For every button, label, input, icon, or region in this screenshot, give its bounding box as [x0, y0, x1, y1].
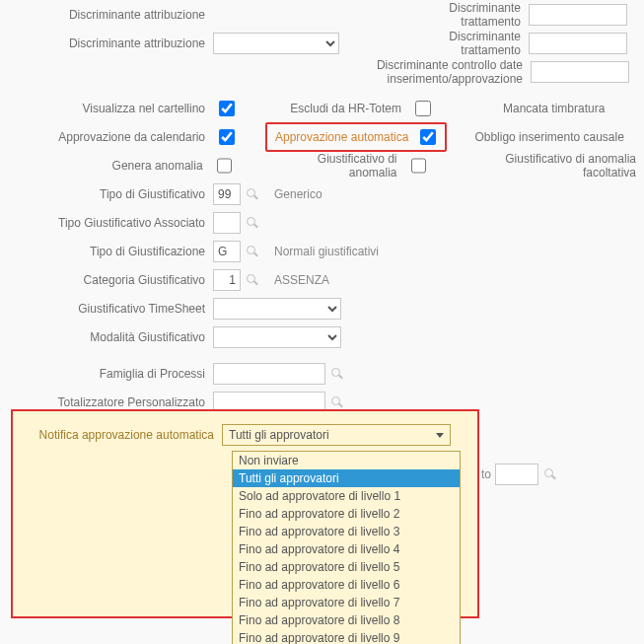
input-discriminante-trattamento-2[interactable]: [529, 33, 627, 54]
desc-categoria-giustificativo: ASSENZA: [274, 273, 329, 287]
dropdown-option[interactable]: Fino ad approvatore di livello 6: [233, 576, 460, 594]
search-icon[interactable]: [245, 215, 260, 231]
dropdown-option[interactable]: Fino ad approvatore di livello 3: [233, 523, 460, 540]
checkbox-approvazione-calendario[interactable]: [219, 129, 235, 145]
checkbox-approvazione-automatica[interactable]: [420, 129, 436, 145]
outside-row-fragment: to: [481, 464, 558, 485]
label-approvazione-calendario: Approvazione da calendario: [0, 130, 213, 144]
input-famiglia-processi[interactable]: [213, 363, 325, 385]
search-icon[interactable]: [329, 366, 345, 382]
label-discriminante-trattamento-1: Discriminante trattamento: [387, 1, 529, 29]
label-mancata-timbratura: Mancata timbratura: [503, 102, 612, 115]
label-sigla-approvazione: Sigla per approvazione a: [13, 477, 214, 491]
highlight-approvazione-automatica: Approvazione automatica: [265, 122, 447, 152]
dropdown-option[interactable]: Fino ad approvatore di livello 8: [233, 611, 460, 629]
dropdown-option[interactable]: Fino ad approvatore di livello 7: [233, 594, 460, 611]
dropdown-option[interactable]: Fino ad approvatore di livello 2: [233, 505, 460, 523]
dropdown-option[interactable]: Non inviare: [233, 452, 460, 469]
label-giustificativo-anomalia: Giustificativo di anomalia: [274, 152, 405, 179]
select-notifica-value: Tutti gli approvatori: [229, 428, 329, 442]
search-icon[interactable]: [329, 394, 345, 410]
input-tipo-giustificativo[interactable]: [213, 183, 241, 205]
label-giustificativo-anomalia-facoltativa: Giustificativo di anomalia facoltativa: [451, 152, 644, 179]
input-discriminante-controllo-date[interactable]: [531, 61, 629, 83]
select-discriminante-attribuzione[interactable]: [213, 33, 339, 54]
select-modalita-giustificativo[interactable]: [213, 326, 341, 348]
input-tipo-giustificazione[interactable]: [213, 241, 241, 262]
checkbox-escludi-totem[interactable]: [415, 101, 431, 116]
label-categoria-giustificativo: Categoria Giustificativo: [0, 273, 213, 287]
label-discriminante-attribuzione-2: Discriminante attribuzione: [0, 36, 213, 50]
select-giustificativo-timesheet[interactable]: [213, 298, 341, 320]
desc-tipo-giustificazione: Normali giustificativi: [274, 245, 379, 258]
label-discriminante-controllo-date: Discriminante controllo date inserimento…: [247, 58, 531, 86]
label-escludi-totem: Escludi da HR-Totem: [277, 102, 409, 115]
search-icon[interactable]: [245, 272, 260, 288]
label-genera-anomalia: Genera anomalia: [0, 159, 211, 173]
label-discriminante-trattamento-2: Discriminante trattamento: [387, 30, 529, 57]
input-tipo-giustificativo-associato[interactable]: [213, 212, 241, 234]
dropdown-option[interactable]: Fino ad approvatore di livello 5: [233, 558, 460, 576]
label-tipo-giustificativo-associato: Tipo Giustificativo Associato: [0, 216, 213, 230]
input-discriminante-trattamento-1[interactable]: [529, 4, 627, 26]
dropdown-option[interactable]: Tutti gli approvatori: [233, 469, 460, 487]
checkbox-visualizza-cartellino[interactable]: [219, 101, 235, 116]
label-notifica-approvazione-automatica: Notifica approvazione automatica: [21, 428, 222, 442]
input-categoria-giustificativo[interactable]: [213, 269, 241, 291]
label-famiglia-processi: Famiglia di Processi: [0, 367, 213, 381]
label-approvazione-automatica: Approvazione automatica: [273, 130, 414, 144]
search-icon[interactable]: [245, 186, 260, 202]
dropdown-option[interactable]: Fino ad approvatore di livello 9: [233, 629, 460, 644]
chevron-down-icon: [436, 433, 444, 438]
search-icon[interactable]: [245, 244, 260, 259]
input-sigla-approvazione-extra[interactable]: [495, 464, 538, 485]
panel-notifica-approvazione: Notifica approvazione automatica Tutti g…: [11, 409, 479, 618]
label-tipo-giustificativo: Tipo di Giustificativo: [0, 187, 213, 201]
label-discriminante-attribuzione-1: Discriminante attribuzione: [0, 8, 213, 22]
label-sigla-suffix: to: [481, 467, 491, 481]
dropdown-notifica-approvazione: Non inviareTutti gli approvatoriSolo ad …: [232, 451, 461, 644]
dropdown-option[interactable]: Fino ad approvatore di livello 4: [233, 540, 460, 558]
select-notifica-approvazione[interactable]: Tutti gli approvatori: [222, 424, 451, 446]
label-tipo-giustificazione: Tipo di Giustificazione: [0, 245, 213, 258]
checkbox-giustificativo-anomalia[interactable]: [411, 158, 427, 174]
desc-tipo-giustificativo: Generico: [274, 187, 322, 201]
dropdown-option[interactable]: Solo ad approvatore di livello 1: [233, 487, 460, 505]
checkbox-genera-anomalia[interactable]: [217, 158, 233, 174]
form-area: Discriminante attribuzione Discriminante…: [0, 0, 644, 644]
label-totalizzatore-personalizzato: Totalizzatore Personalizzato: [0, 395, 213, 409]
label-obbligo-causale: Obbligo inserimento causale: [474, 130, 631, 144]
label-giustificativo-timesheet: Giustificativo TimeSheet: [0, 302, 213, 316]
search-icon[interactable]: [542, 466, 558, 482]
label-visualizza-cartellino: Visualizza nel cartellino: [0, 102, 213, 115]
label-modalita-giustificativo: Modalità Giustificativo: [0, 330, 213, 344]
